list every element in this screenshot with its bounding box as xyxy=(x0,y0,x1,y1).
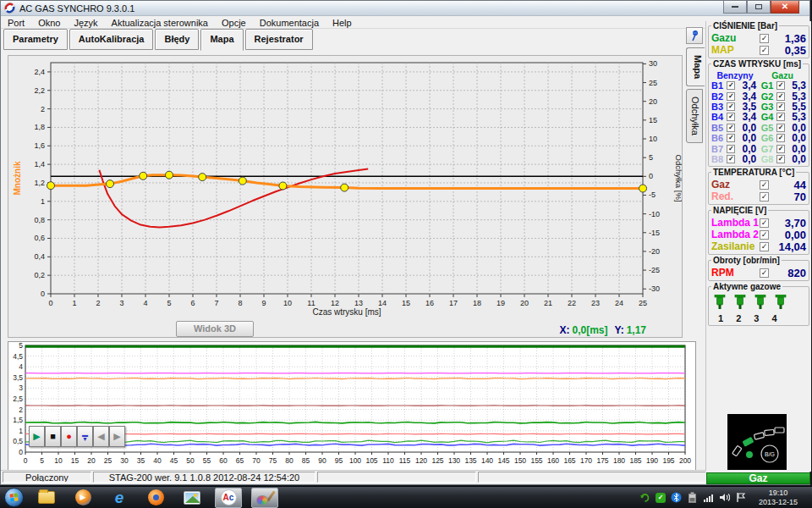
side-tab-mapa[interactable]: Mapa xyxy=(686,47,705,86)
sensor-checkbox-gazu[interactable]: ✓ xyxy=(760,34,769,43)
svg-text:2,5: 2,5 xyxy=(13,395,23,403)
checkbox-g1[interactable]: ✓ xyxy=(776,81,785,90)
sensor-value-gazu: 1,36 xyxy=(769,32,806,45)
menu-item-okno[interactable]: Okno xyxy=(31,17,67,28)
checkbox-b7[interactable]: ✓ xyxy=(727,145,735,153)
map-point[interactable] xyxy=(639,185,647,192)
tab-b-dy[interactable]: Błędy xyxy=(155,29,199,50)
battery-tray-icon[interactable] xyxy=(687,492,698,503)
menu-item-opcje[interactable]: Opcje xyxy=(215,17,253,28)
sensor-value-zasilanie: 14,04 xyxy=(769,240,806,253)
label-g6: G6 xyxy=(761,133,776,143)
svg-text:0,4: 0,4 xyxy=(34,252,45,261)
map-point[interactable] xyxy=(279,182,287,190)
checkbox-b8[interactable]: ✓ xyxy=(727,155,735,163)
tab-rejestrator[interactable]: Rejestrator xyxy=(245,29,313,50)
svg-text:0: 0 xyxy=(24,456,28,465)
svg-text:125: 125 xyxy=(431,456,443,465)
map-point[interactable] xyxy=(140,172,147,179)
title-bar[interactable]: AC GAS SYNCHRO 9.3.0.1 xyxy=(1,1,809,16)
prev-button[interactable]: ◀ xyxy=(93,426,109,447)
map-point[interactable] xyxy=(199,174,206,181)
stop-button[interactable]: ■ xyxy=(45,426,61,447)
map-point[interactable] xyxy=(341,184,348,191)
sensor-checkbox-map[interactable]: ✓ xyxy=(760,46,769,55)
map-point[interactable] xyxy=(239,177,246,185)
menu-item-dokumentacja[interactable]: Dokumentacja xyxy=(253,17,326,28)
action-center-flag-icon[interactable] xyxy=(735,492,746,503)
view-3d-button[interactable]: Widok 3D xyxy=(176,321,254,337)
taskbar-firefox-button[interactable] xyxy=(142,488,169,508)
sync-tray-icon[interactable] xyxy=(639,492,650,503)
label-g7: G7 xyxy=(761,144,776,154)
label-g8: G8 xyxy=(761,154,776,164)
pin-panel-button[interactable] xyxy=(686,27,703,44)
injection-row-b7: B7✓0,0G7✓0,0 xyxy=(711,143,806,153)
fuel-segment-1 xyxy=(732,445,742,456)
tab-parametry[interactable]: Parametry xyxy=(3,29,68,50)
svg-text:-25: -25 xyxy=(649,266,660,274)
network-signal-tray-icon[interactable] xyxy=(703,492,714,503)
tab-autokalibracja[interactable]: AutoKalibracja xyxy=(69,29,154,50)
checkbox-g8[interactable]: ✓ xyxy=(776,155,785,163)
fuel-status-led xyxy=(746,451,753,458)
bluetooth-tray-icon[interactable] xyxy=(671,492,682,503)
svg-text:8: 8 xyxy=(238,299,242,307)
map-chart[interactable]: 0123456789101112131415161718192021222324… xyxy=(8,56,682,320)
checkbox-b5[interactable]: ✓ xyxy=(727,124,735,132)
checkbox-b4[interactable]: ✓ xyxy=(727,113,735,121)
sensor-checkbox-rpm[interactable]: ✓ xyxy=(760,268,769,278)
svg-text:3: 3 xyxy=(19,384,23,392)
pin-icon xyxy=(689,30,700,41)
map-point[interactable] xyxy=(166,171,173,179)
sensor-checkbox-zasilanie[interactable]: ✓ xyxy=(760,242,769,251)
connection-ok-tray-icon[interactable]: ✓ xyxy=(656,493,666,503)
close-button[interactable]: ✕ xyxy=(771,1,799,14)
jump-end-button[interactable]: ▬▼ xyxy=(77,426,93,447)
play-button[interactable]: ▶ xyxy=(29,426,45,447)
checkbox-g5[interactable]: ✓ xyxy=(776,124,785,132)
taskbar-ie-button[interactable]: e xyxy=(106,488,133,508)
volume-tray-icon[interactable] xyxy=(719,492,730,503)
svg-text:3,5: 3,5 xyxy=(13,373,23,382)
next-button[interactable]: ▶ xyxy=(109,426,125,447)
maximize-button[interactable] xyxy=(747,1,771,14)
taskbar-pictures-button[interactable] xyxy=(178,488,206,508)
taskbar-paint-button[interactable] xyxy=(251,488,278,508)
clock-time: 19:10 xyxy=(751,489,805,498)
sensor-checkbox-gaz[interactable]: ✓ xyxy=(760,180,769,190)
taskbar-explorer-button[interactable] xyxy=(33,488,60,508)
taskbar-ac-gas-synchro-button[interactable]: Ac xyxy=(215,488,242,508)
menu-item-port[interactable]: Port xyxy=(1,17,31,28)
sensor-checkbox-lambda-1[interactable]: ✓ xyxy=(760,218,769,228)
map-point[interactable] xyxy=(107,180,114,188)
minimize-button[interactable] xyxy=(723,1,747,14)
checkbox-b1[interactable]: ✓ xyxy=(727,81,735,90)
tab-mapa[interactable]: Mapa xyxy=(200,29,243,51)
menu-item-aktualizacja-sterownika[interactable]: Aktualizacja sterownika xyxy=(105,17,215,28)
map-point[interactable] xyxy=(47,182,55,190)
taskbar-media-player-button[interactable]: ▶ xyxy=(69,488,96,508)
menu-item-help[interactable]: Help xyxy=(326,17,359,28)
checkbox-b3[interactable]: ✓ xyxy=(727,102,735,111)
recorder-panel: 00,511,522,533,544,550510152025303540455… xyxy=(8,341,696,471)
checkbox-b2[interactable]: ✓ xyxy=(727,92,735,101)
checkbox-g4[interactable]: ✓ xyxy=(776,113,785,121)
menu-item-j-zyk[interactable]: Język xyxy=(67,17,104,28)
svg-text:-30: -30 xyxy=(649,284,660,293)
record-button[interactable]: ● xyxy=(61,426,77,447)
side-tab-odchy-ka[interactable]: Odchyłka xyxy=(686,89,703,143)
checkbox-g6[interactable]: ✓ xyxy=(776,134,785,142)
checkbox-g3[interactable]: ✓ xyxy=(776,102,785,111)
sensor-value-rpm: 820 xyxy=(769,267,806,279)
sensor-checkbox-lambda-2[interactable]: ✓ xyxy=(760,230,769,240)
taskbar-clock[interactable]: 19:10 2013-12-15 xyxy=(751,489,805,507)
checkbox-g2[interactable]: ✓ xyxy=(776,92,785,101)
label-b3: B3 xyxy=(711,102,727,112)
gas-mode-button[interactable]: Gaz xyxy=(706,472,810,484)
sensor-checkbox-red[interactable]: ✓ xyxy=(760,192,769,202)
start-button[interactable] xyxy=(4,488,24,507)
checkbox-b6[interactable]: ✓ xyxy=(727,134,735,142)
coord-y-value: 1,17 xyxy=(627,324,646,336)
checkbox-g7[interactable]: ✓ xyxy=(776,145,785,153)
